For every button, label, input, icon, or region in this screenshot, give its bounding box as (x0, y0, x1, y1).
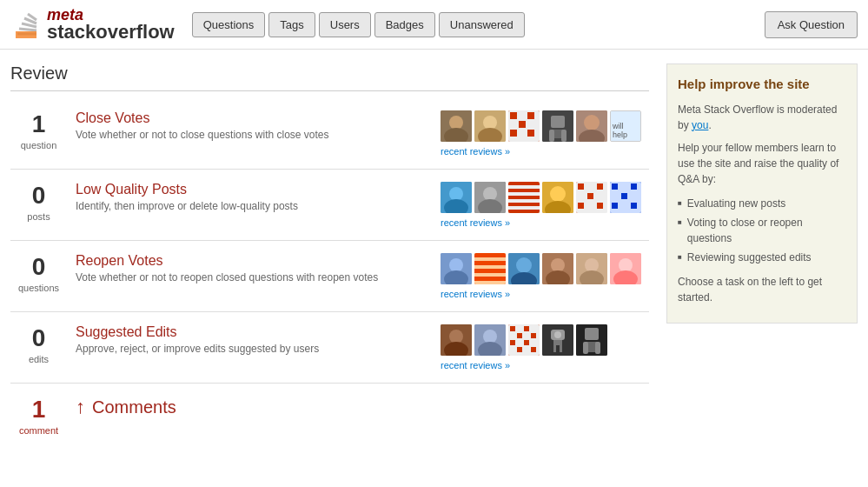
reopen-votes-title[interactable]: Reopen Votes (76, 253, 163, 268)
reopen-votes-count: 0 (10, 253, 67, 281)
svg-rect-105 (524, 340, 529, 345)
svg-point-83 (585, 258, 599, 272)
comments-count: 1 (10, 396, 67, 424)
comments-arrow-icon: ↑ (76, 396, 85, 418)
suggested-edits-label: edits (29, 354, 49, 364)
svg-rect-13 (510, 112, 517, 119)
svg-rect-102 (531, 333, 536, 338)
reopen-votes-recent-reviews[interactable]: recent reviews » (441, 289, 649, 299)
avatar (576, 182, 607, 213)
avatar (474, 324, 506, 356)
avatar (441, 182, 472, 213)
reopen-votes-info: Reopen Votes Vote whether or not to reop… (67, 253, 441, 284)
svg-point-69 (449, 258, 463, 272)
low-quality-title[interactable]: Low Quality Posts (76, 182, 187, 197)
sidebar-box: Help improve the site Meta Stack Overflo… (666, 63, 858, 324)
svg-rect-61 (631, 183, 637, 190)
avatar (542, 182, 573, 213)
comments-title[interactable]: Comments (92, 397, 176, 417)
svg-point-7 (449, 116, 463, 130)
comments-count-box: 1 comment (10, 396, 67, 437)
suggested-edits-title[interactable]: Suggested Edits (76, 324, 177, 339)
low-quality-recent-reviews[interactable]: recent reviews » (441, 217, 649, 228)
svg-rect-115 (585, 328, 599, 340)
suggested-edits-info: Suggested Edits Approve, reject, or impr… (67, 324, 441, 355)
low-quality-avatars: recent reviews » (441, 182, 649, 228)
nav-questions[interactable]: Questions (192, 12, 266, 37)
avatar (542, 253, 573, 284)
svg-rect-40 (508, 182, 540, 185)
svg-rect-26 (561, 130, 567, 142)
svg-rect-57 (597, 203, 603, 209)
svg-rect-106 (531, 340, 536, 345)
suggested-edits-count-box: 0 edits (10, 324, 67, 365)
svg-point-92 (483, 330, 497, 344)
svg-rect-25 (549, 130, 554, 142)
review-item-close-votes: 1 question Close Votes Vote whether or n… (10, 98, 649, 170)
review-item-reopen-votes: 0 questions Reopen Votes Vote whether or… (10, 241, 649, 312)
svg-rect-66 (621, 203, 627, 209)
nav-users[interactable]: Users (319, 12, 371, 37)
avatar (610, 253, 641, 284)
close-votes-title[interactable]: Close Votes (76, 110, 149, 125)
svg-rect-20 (519, 130, 526, 137)
close-votes-info: Close Votes Vote whether or not to close… (67, 110, 441, 141)
reopen-votes-avatar-row (441, 253, 649, 284)
svg-point-113 (554, 331, 561, 338)
svg-line-2 (22, 23, 36, 27)
avatar (508, 110, 540, 142)
logo[interactable]: meta stackoverflow (10, 7, 175, 42)
review-item-low-quality: 0 posts Low Quality Posts Identify, then… (10, 170, 649, 241)
avatar: willhelp (610, 110, 641, 142)
page-title: Review (10, 63, 649, 91)
svg-point-37 (483, 187, 497, 201)
nav-unanswered[interactable]: Unanswered (439, 12, 525, 37)
sidebar-you-link[interactable]: you (692, 119, 708, 131)
suggested-edits-avatars: recent reviews » (441, 324, 649, 370)
avatar (542, 110, 573, 142)
sidebar-outro: Choose a task on the left to get started… (678, 274, 846, 305)
svg-rect-62 (612, 193, 618, 199)
avatar (508, 182, 540, 213)
svg-rect-67 (631, 203, 637, 209)
suggested-edits-count: 0 (10, 324, 67, 352)
content-area: Review 1 question Close Votes Vote wheth… (0, 50, 868, 449)
svg-rect-65 (612, 203, 618, 209)
sidebar-list-item: Voting to close or reopen questions (678, 213, 846, 248)
svg-rect-54 (597, 193, 603, 199)
comments-count-label: comment (19, 425, 58, 436)
svg-rect-74 (474, 269, 506, 273)
svg-rect-56 (587, 203, 593, 209)
svg-rect-17 (519, 121, 526, 128)
ask-question-button[interactable]: Ask Question (765, 11, 858, 38)
svg-line-1 (19, 29, 36, 30)
svg-rect-117 (583, 342, 588, 354)
review-item-suggested-edits: 0 edits Suggested Edits Approve, reject,… (10, 312, 649, 384)
svg-point-28 (584, 115, 600, 130)
nav-tags[interactable]: Tags (268, 12, 315, 37)
suggested-edits-desc: Approve, reject, or improve edits sugges… (76, 343, 432, 355)
svg-point-34 (449, 187, 463, 201)
close-votes-count: 1 (10, 110, 67, 138)
svg-rect-43 (508, 203, 540, 206)
svg-rect-41 (508, 189, 540, 192)
sidebar-list-item: Reviewing suggested edits (678, 248, 846, 267)
svg-rect-95 (510, 326, 515, 331)
suggested-edits-avatar-row (441, 324, 649, 356)
svg-rect-18 (527, 121, 534, 128)
svg-rect-110 (531, 347, 536, 352)
avatar (441, 110, 472, 142)
close-votes-recent-reviews[interactable]: recent reviews » (441, 146, 649, 157)
sidebar-list: Evaluating new posts Voting to close or … (678, 194, 846, 267)
main-panel: Review 1 question Close Votes Vote wheth… (10, 63, 666, 449)
svg-rect-15 (527, 112, 534, 119)
sidebar-list-item: Evaluating new posts (678, 194, 846, 213)
low-quality-avatar-row (441, 182, 649, 213)
svg-rect-42 (508, 196, 540, 199)
suggested-edits-recent-reviews[interactable]: recent reviews » (441, 360, 649, 370)
avatar (474, 253, 506, 284)
svg-rect-108 (517, 347, 522, 352)
svg-point-77 (516, 257, 532, 273)
avatar (441, 324, 472, 356)
nav-badges[interactable]: Badges (374, 12, 435, 37)
